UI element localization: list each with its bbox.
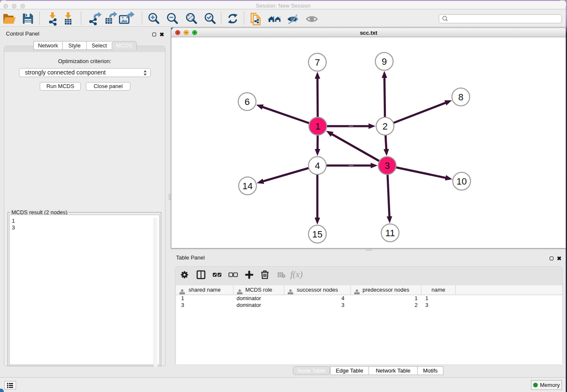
svg-text:10: 10 [457,176,467,187]
svg-text:8: 8 [458,92,463,102]
svg-text:2: 2 [383,121,388,132]
svg-text:11: 11 [385,228,395,238]
svg-text:1: 1 [315,121,320,132]
svg-text:7: 7 [315,57,320,68]
svg-text:6: 6 [245,97,250,107]
svg-text:15: 15 [312,229,322,240]
svg-text:3: 3 [385,160,390,171]
svg-text:4: 4 [315,160,320,171]
svg-text:9: 9 [382,56,387,67]
svg-text:14: 14 [242,181,253,191]
